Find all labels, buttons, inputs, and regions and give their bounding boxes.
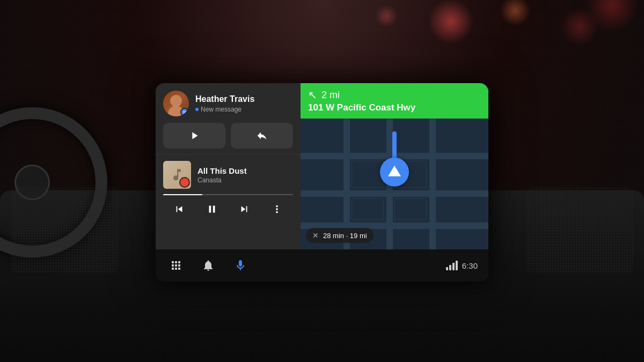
signal-bar-1 bbox=[446, 267, 448, 270]
reply-button[interactable] bbox=[231, 123, 293, 149]
bottom-bar: 6:30 bbox=[156, 249, 488, 282]
more-vert-icon bbox=[271, 203, 283, 215]
navigation-header: ↖ 2 mi 101 W Pacific Coast Hwy bbox=[301, 83, 488, 119]
mic-button[interactable] bbox=[231, 256, 250, 275]
album-art bbox=[163, 161, 191, 189]
artist-name: Canasta bbox=[197, 176, 293, 184]
next-button[interactable] bbox=[235, 200, 254, 219]
mic-icon bbox=[234, 259, 247, 272]
music-header: All This Dust Canasta bbox=[163, 161, 293, 189]
map-block-4 bbox=[394, 198, 427, 220]
progress-fill bbox=[163, 194, 202, 195]
music-card: All This Dust Canasta bbox=[156, 154, 301, 249]
avatar: ✉ bbox=[163, 91, 189, 116]
message-header: ✉ Heather Travis New message bbox=[163, 91, 293, 116]
left-panel: ✉ Heather Travis New message bbox=[156, 83, 301, 249]
play-button[interactable] bbox=[163, 123, 225, 149]
eta-box: ✕ 28 min · 19 mi bbox=[306, 228, 374, 243]
signal-bar-2 bbox=[449, 265, 451, 270]
music-controls bbox=[163, 200, 293, 219]
music-note-icon bbox=[170, 167, 185, 182]
map-road-h2 bbox=[301, 190, 488, 197]
eta-close-button[interactable]: ✕ bbox=[312, 231, 319, 240]
android-auto-screen: ✉ Heather Travis New message bbox=[156, 83, 488, 282]
reply-icon bbox=[256, 130, 268, 142]
clock: 6:30 bbox=[462, 261, 478, 270]
speaker-grille-left bbox=[11, 188, 118, 274]
eta-text: 28 min · 19 mi bbox=[323, 232, 367, 240]
signal-icon bbox=[446, 261, 458, 270]
sender-name: Heather Travis bbox=[195, 94, 293, 104]
message-subtitle-text: New message bbox=[201, 106, 241, 113]
bottom-left-icons bbox=[166, 256, 250, 275]
notifications-button[interactable] bbox=[199, 256, 218, 275]
screen-content: ✉ Heather Travis New message bbox=[156, 83, 488, 249]
signal-bar-4 bbox=[456, 261, 458, 270]
message-text-area: Heather Travis New message bbox=[195, 94, 293, 113]
navigation-arrow bbox=[380, 158, 409, 187]
previous-button[interactable] bbox=[170, 200, 189, 219]
street-name: 101 W Pacific Coast Hwy bbox=[308, 102, 481, 113]
play-icon bbox=[188, 130, 200, 142]
pause-icon bbox=[206, 203, 218, 215]
apps-button[interactable] bbox=[166, 256, 186, 275]
speaker-grille-right bbox=[526, 188, 633, 274]
message-dot bbox=[195, 108, 199, 111]
map-block-1 bbox=[352, 161, 384, 188]
message-card: ✉ Heather Travis New message bbox=[156, 83, 301, 154]
nav-distance-row: ↖ 2 mi bbox=[308, 88, 481, 101]
apps-icon bbox=[170, 259, 182, 272]
song-title: All This Dust bbox=[197, 166, 293, 175]
music-info: All This Dust Canasta bbox=[197, 166, 293, 184]
message-subtitle: New message bbox=[195, 106, 293, 113]
distance-text: 2 mi bbox=[321, 90, 340, 101]
skip-previous-icon bbox=[173, 203, 185, 215]
progress-bar[interactable] bbox=[163, 194, 293, 195]
pause-button[interactable] bbox=[202, 200, 222, 219]
bell-icon bbox=[202, 259, 215, 272]
more-button[interactable] bbox=[267, 200, 287, 219]
map-block-3 bbox=[352, 198, 384, 220]
map-panel: ↖ 2 mi 101 W Pacific Coast Hwy ✕ 28 min … bbox=[301, 83, 488, 249]
turn-icon: ↖ bbox=[308, 88, 317, 101]
message-actions bbox=[163, 123, 293, 149]
skip-next-icon bbox=[238, 203, 250, 215]
signal-bar-3 bbox=[452, 263, 455, 270]
avatar-badge: ✉ bbox=[180, 108, 189, 116]
bottom-right-status: 6:30 bbox=[446, 261, 478, 270]
